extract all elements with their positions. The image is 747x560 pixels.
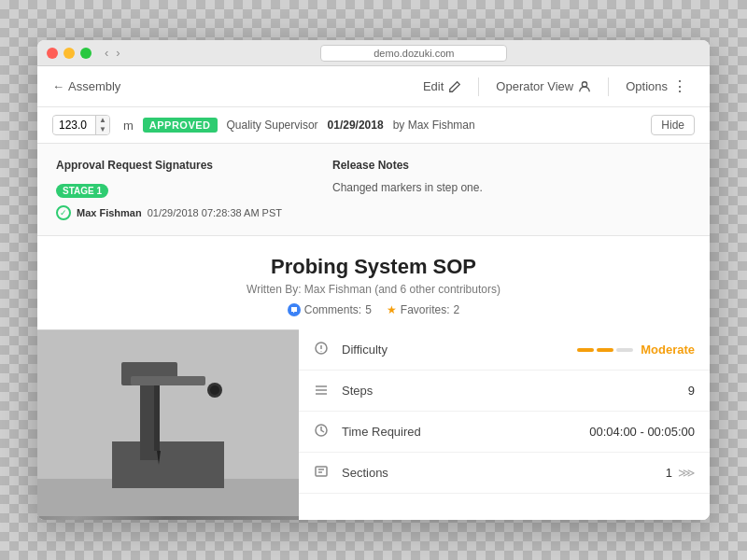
difficulty-bar: [577, 348, 633, 352]
back-label: Assembly: [68, 79, 120, 93]
approved-badge: APPROVED: [143, 118, 218, 133]
time-label: Time Required: [342, 425, 589, 439]
browser-titlebar: ‹ › demo.dozuki.com: [37, 40, 710, 66]
svg-rect-7: [131, 376, 205, 385]
expand-icon[interactable]: ⋙: [678, 466, 695, 480]
release-note: Changed markers in step one.: [332, 181, 691, 194]
sections-row: Sections 1 ⋙: [299, 453, 710, 494]
version-up-arrow[interactable]: ▲: [96, 116, 109, 125]
doc-meta: Comments: 5 ★ Favorites: 2: [56, 303, 691, 316]
diff-seg-3: [616, 348, 633, 352]
comments-label: Comments:: [304, 303, 361, 316]
signatures-title: Approval Request Signatures: [56, 159, 295, 172]
approval-panel: Approval Request Signatures STAGE 1 ✓ Ma…: [37, 144, 710, 236]
favorites-meta: ★ Favorites: 2: [387, 303, 459, 316]
header-divider-1: [478, 77, 479, 96]
signer-row: ✓ Max Fishman 01/29/2018 07:28:38 AM PST: [56, 205, 295, 220]
version-down-arrow[interactable]: ▼: [96, 125, 109, 134]
traffic-light-red[interactable]: [47, 48, 58, 59]
svg-rect-3: [112, 441, 224, 488]
machine-image: [37, 329, 299, 520]
doc-subtitle: Written By: Max Fishman (and 6 other con…: [56, 283, 691, 296]
back-nav-button[interactable]: ‹: [103, 46, 110, 60]
svg-point-10: [210, 385, 219, 395]
person-icon: [578, 80, 591, 93]
options-button[interactable]: Options ⋮: [618, 74, 695, 99]
version-arrows[interactable]: ▲ ▼: [95, 116, 109, 134]
svg-point-13: [321, 351, 322, 352]
svg-rect-6: [154, 385, 160, 451]
browser-window: ‹ › demo.dozuki.com ← Assembly Edit Oper…: [37, 40, 710, 520]
back-arrow-icon: ←: [52, 79, 64, 93]
two-col-section: Difficulty Moderate: [37, 329, 710, 520]
release-section: Release Notes Changed markers in step on…: [332, 159, 691, 220]
url-bar-container: demo.dozuki.com: [128, 45, 700, 62]
star-icon: ★: [387, 303, 397, 316]
time-icon: [314, 423, 332, 441]
operator-view-button[interactable]: Operator View: [488, 76, 599, 97]
edit-icon: [448, 80, 461, 93]
nav-arrows: ‹ ›: [103, 46, 122, 60]
approval-by: by Max Fishman: [393, 119, 475, 132]
svg-point-0: [583, 81, 587, 86]
forward-nav-button[interactable]: ›: [114, 46, 121, 60]
version-number: 123.0: [53, 117, 95, 133]
time-value: 00:04:00 - 00:05:00: [589, 425, 695, 439]
steps-value: 9: [688, 384, 695, 398]
approval-bar: 123.0 ▲ ▼ m APPROVED Quality Supervisor …: [37, 107, 710, 144]
steps-row: Steps 9: [299, 371, 710, 412]
traffic-light-yellow[interactable]: [63, 48, 75, 59]
signer-name: Max Fishman: [77, 207, 142, 218]
back-button[interactable]: ← Assembly: [52, 79, 120, 93]
steps-icon: [314, 382, 332, 399]
sections-label: Sections: [342, 466, 666, 480]
sections-value: 1: [666, 466, 672, 480]
comment-icon: [288, 303, 301, 316]
svg-rect-18: [316, 467, 327, 476]
machine-image-col: [37, 329, 299, 520]
diff-seg-1: [577, 348, 594, 352]
sections-icon: [314, 464, 332, 482]
comments-count: 5: [365, 303, 372, 316]
favorites-count: 2: [454, 303, 460, 316]
diff-seg-2: [597, 348, 613, 352]
signatures-section: Approval Request Signatures STAGE 1 ✓ Ma…: [56, 159, 295, 220]
signer-date: 01/29/2018 07:28:38 AM PST: [148, 207, 282, 218]
hide-button[interactable]: Hide: [651, 115, 695, 135]
machine-svg: [37, 329, 299, 516]
time-row: Time Required 00:04:00 - 00:05:00: [299, 412, 710, 453]
approval-role: Quality Supervisor: [227, 119, 318, 132]
app-header: ← Assembly Edit Operator View Options ⋮: [37, 66, 710, 107]
doc-header: Probing System SOP Written By: Max Fishm…: [37, 236, 710, 329]
difficulty-label: Difficulty: [342, 343, 577, 357]
difficulty-row: Difficulty Moderate: [299, 329, 710, 371]
options-label: Options: [626, 79, 668, 93]
difficulty-icon: [314, 341, 332, 358]
stage-badge: STAGE 1: [56, 184, 108, 198]
options-dots-icon: ⋮: [672, 77, 687, 95]
approval-date: 01/29/2018: [328, 119, 384, 132]
edit-button[interactable]: Edit: [416, 76, 469, 97]
steps-label: Steps: [342, 384, 688, 398]
details-col: Difficulty Moderate: [299, 329, 710, 520]
unit-label: m: [123, 119, 134, 133]
release-title: Release Notes: [332, 159, 691, 172]
favorites-label: Favorites:: [401, 303, 450, 316]
check-icon: ✓: [56, 205, 71, 220]
doc-title: Probing System SOP: [56, 255, 691, 279]
version-input[interactable]: 123.0 ▲ ▼: [52, 115, 110, 135]
comments-meta: Comments: 5: [288, 303, 372, 316]
url-pill[interactable]: demo.dozuki.com: [320, 45, 507, 62]
edit-label: Edit: [423, 79, 444, 93]
traffic-light-green[interactable]: [80, 48, 92, 59]
difficulty-value: Moderate: [641, 343, 695, 357]
main-content: Probing System SOP Written By: Max Fishm…: [37, 236, 710, 520]
operator-view-label: Operator View: [496, 79, 573, 93]
header-divider-2: [608, 77, 609, 96]
